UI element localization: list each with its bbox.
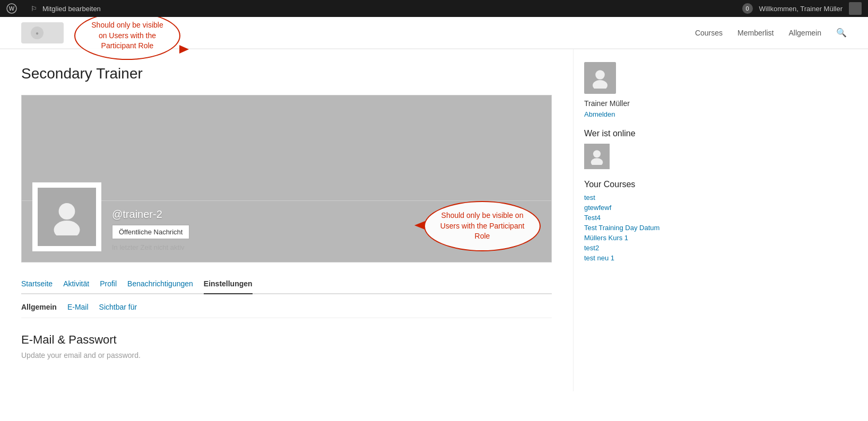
course-link-test-training[interactable]: Test Training Day Datum xyxy=(584,224,700,232)
svg-point-8 xyxy=(593,150,601,157)
top-nav: Should only be visible on Users with the… xyxy=(0,17,868,49)
course-link-gtewfewf[interactable]: gtewfewf xyxy=(584,204,700,212)
sidebar: Trainer Müller Abmelden Wer ist online Y… xyxy=(573,49,711,391)
nav-link-memberlist[interactable]: Memberlist xyxy=(737,29,774,37)
content-wrapper: Secondary Trainer @trainer-2 Öffentliche… xyxy=(0,49,868,391)
avatar-placeholder xyxy=(38,188,96,246)
wordpress-icon: W xyxy=(6,3,17,14)
profile-nav: Startseite Aktivität Profil Benachrichti… xyxy=(21,273,552,294)
sidebar-your-courses-title: Your Courses xyxy=(584,180,700,189)
sub-nav: Allgemein E-Mail Sichtbar für xyxy=(21,294,552,318)
site-logo: ● xyxy=(21,22,64,43)
sidebar-online-avatar xyxy=(584,144,610,169)
svg-point-9 xyxy=(591,158,603,165)
sidebar-avatar-icon xyxy=(589,67,611,89)
page-wrapper: Should only be visible on Users with the… xyxy=(0,17,868,421)
svg-point-4 xyxy=(59,203,75,220)
site-logo-svg: ● xyxy=(29,25,56,41)
adminbar-user-avatar xyxy=(849,2,862,15)
annotation-mid-text: Should only be visible on Users with the… xyxy=(440,211,525,240)
profile-avatar-box xyxy=(32,182,101,251)
sidebar-user-avatar xyxy=(584,62,616,94)
annotation-mid-wrapper: Should only be visible on Users with the… xyxy=(424,201,541,251)
annotation-top-text: Should only be visible on Users with the… xyxy=(91,21,163,50)
adminbar-right: 0 Willkommen, Trainer Müller xyxy=(742,2,862,15)
search-icon[interactable]: 🔍 xyxy=(836,28,847,38)
profile-nav-startseite[interactable]: Startseite xyxy=(21,279,53,293)
admin-bar: W ⚐ Mitglied bearbeiten 0 Willkommen, Tr… xyxy=(0,0,868,17)
profile-nav-einstellungen[interactable]: Einstellungen xyxy=(204,279,253,294)
course-link-test4[interactable]: Test4 xyxy=(584,214,700,222)
course-link-test2[interactable]: test2 xyxy=(584,244,700,252)
svg-text:●: ● xyxy=(36,30,39,36)
main-content: Secondary Trainer @trainer-2 Öffentliche… xyxy=(0,49,573,391)
course-link-test[interactable]: test xyxy=(584,194,700,201)
sidebar-who-is-online-title: Wer ist online xyxy=(584,129,700,138)
svg-text:W: W xyxy=(9,5,15,12)
profile-info-area: @trainer-2 Öffentliche Nachricht In letz… xyxy=(112,203,413,251)
section-title: E-Mail & Passwort xyxy=(21,333,552,347)
profile-avatar-section: @trainer-2 Öffentliche Nachricht In letz… xyxy=(21,201,552,262)
subnav-email[interactable]: E-Mail xyxy=(67,303,89,311)
subnav-sichtbar[interactable]: Sichtbar für xyxy=(99,303,137,311)
nav-link-allgemein[interactable]: Allgemein xyxy=(789,29,821,37)
sidebar-username: Trainer Müller xyxy=(584,99,700,108)
avatar-icon xyxy=(48,198,85,235)
annotation-balloon-mid: Should only be visible on Users with the… xyxy=(424,201,541,251)
nav-link-courses[interactable]: Courses xyxy=(695,29,723,37)
page-title: Secondary Trainer xyxy=(21,65,552,82)
profile-status: In letzter Zeit nicht aktiv xyxy=(112,243,413,251)
svg-point-5 xyxy=(54,221,80,235)
adminbar-welcome: Willkommen, Trainer Müller xyxy=(759,5,843,13)
adminbar-wp-item[interactable]: ⚐ xyxy=(25,5,42,13)
profile-nav-aktivitaet[interactable]: Aktivität xyxy=(63,279,89,293)
section-desc: Update your email and or password. xyxy=(21,351,552,359)
main-nav: Courses Memberlist Allgemein 🔍 xyxy=(695,28,847,38)
profile-nav-benachrichtigungen[interactable]: Benachrichtigungen xyxy=(127,279,193,293)
public-message-button[interactable]: Öffentliche Nachricht xyxy=(112,225,189,239)
svg-point-7 xyxy=(593,80,607,89)
adminbar-title: Mitglied bearbeiten xyxy=(42,5,101,13)
adminbar-avatar: 0 xyxy=(742,3,753,14)
svg-point-6 xyxy=(595,70,605,80)
course-link-test-neu[interactable]: test neu 1 xyxy=(584,254,700,262)
sidebar-online-avatar-icon xyxy=(588,148,605,165)
profile-nav-profil[interactable]: Profil xyxy=(100,279,117,293)
annotation-top-wrapper: Should only be visible on Users with the… xyxy=(74,12,180,60)
subnav-allgemein[interactable]: Allgemein xyxy=(21,303,57,311)
course-link-mullers-kurs[interactable]: Müllers Kurs 1 xyxy=(584,234,700,242)
profile-username: @trainer-2 xyxy=(112,208,413,221)
annotation-balloon-top: Should only be visible on Users with the… xyxy=(74,12,180,60)
sidebar-logout-link[interactable]: Abmelden xyxy=(584,110,615,118)
